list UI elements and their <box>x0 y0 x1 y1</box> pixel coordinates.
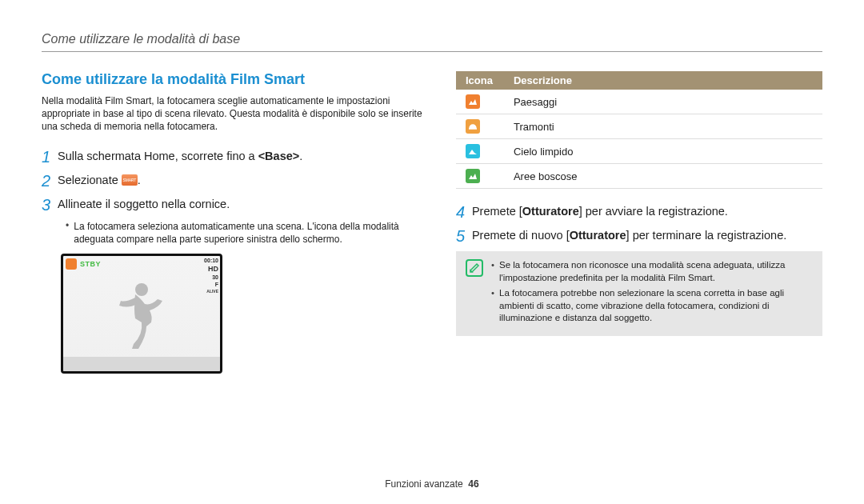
page-footer: Funzioni avanzate 46 <box>0 478 864 490</box>
svg-point-0 <box>135 283 148 296</box>
step-3-bullet: La fotocamera seleziona automaticamente … <box>66 220 424 246</box>
note-list: Se la fotocamera non riconosce una modal… <box>491 259 813 328</box>
step-post: ] per avviare la registrazione. <box>579 205 728 218</box>
footer-page: 46 <box>468 478 478 490</box>
bullet-text: La fotocamera seleziona automaticamente … <box>74 220 424 246</box>
icon-table: Icona Descrizione Paesaggi Tramonti Ciel… <box>456 71 822 189</box>
step-number: 5 <box>456 227 472 245</box>
footer-section: Funzioni avanzate <box>385 478 462 490</box>
right-column: Icona Descrizione Paesaggi Tramonti Ciel… <box>456 71 822 374</box>
step-number: 3 <box>42 196 58 214</box>
step-text: Allineate il soggetto nella cornice. <box>58 196 230 214</box>
step-4: 4 Premete [Otturatore] per avviare la re… <box>456 203 822 221</box>
note-item: Se la fotocamera non riconosce una modal… <box>499 259 813 284</box>
cell-label: Tramonti <box>504 114 822 139</box>
step-bold: <Base> <box>258 150 300 162</box>
step-post: ] per terminare la registrazione. <box>626 229 787 242</box>
th-icon: Icona <box>456 71 504 90</box>
smart-mode-icon <box>122 174 138 186</box>
intro-text: Nella modalità Film Smart, la fotocamera… <box>42 94 424 134</box>
step-number: 2 <box>42 172 58 190</box>
sky-icon <box>466 144 480 158</box>
landscape-icon <box>466 94 480 109</box>
step-text: Sulla schermata Home, scorrete fino a <box>58 150 258 162</box>
table-row: Cielo limpido <box>456 139 822 164</box>
alive-label: ALIVE <box>204 289 218 294</box>
step-pre: Premete [ <box>472 205 522 218</box>
step-number: 1 <box>42 148 58 166</box>
th-desc: Descrizione <box>504 71 822 90</box>
preview-right-icons: 00:10 HD 30 F ALIVE <box>204 258 218 294</box>
step-5: 5 Premete di nuovo [Otturatore] per term… <box>456 227 822 245</box>
step-text: Selezionate <box>58 174 122 186</box>
cell-label: Aree boscose <box>504 164 822 189</box>
preview-top-bar: STBY <box>66 258 101 270</box>
section-heading: Come utilizzare la modalità Film Smart <box>42 71 424 88</box>
step-pre: Premete di nuovo [ <box>472 229 570 242</box>
left-column: Come utilizzare la modalità Film Smart N… <box>42 71 424 374</box>
sunset-icon <box>466 119 480 134</box>
page-header: Come utilizzare le modalità di base <box>42 32 822 52</box>
skater-figure <box>111 278 175 358</box>
note-icon <box>466 259 483 277</box>
step-post: . <box>138 174 141 186</box>
forest-icon <box>466 169 480 183</box>
step-bold: Otturatore <box>522 205 579 218</box>
step-2: 2 Selezionate . <box>42 172 424 190</box>
note-box: Se la fotocamera non riconosce una modal… <box>456 251 822 336</box>
table-row: Paesaggi <box>456 90 822 114</box>
step-post: . <box>299 150 302 162</box>
stby-label: STBY <box>80 260 101 268</box>
step-1: 1 Sulla schermata Home, scorrete fino a … <box>42 148 424 166</box>
hd-label: HD <box>204 265 218 273</box>
camera-preview: STBY 00:10 HD 30 F ALIVE <box>61 254 222 374</box>
cell-label: Cielo limpido <box>504 139 822 164</box>
fps-label: 30 <box>204 274 218 280</box>
step-number: 4 <box>456 203 472 221</box>
step-3: 3 Allineate il soggetto nella cornice. <box>42 196 424 214</box>
preview-lower-bar <box>63 357 220 371</box>
note-item: La fotocamera potrebbe non selezionare l… <box>499 287 813 325</box>
f-label: F <box>204 282 218 287</box>
table-row: Tramonti <box>456 114 822 139</box>
timer: 00:10 <box>204 258 218 263</box>
table-row: Aree boscose <box>456 164 822 189</box>
scene-icon <box>66 258 77 270</box>
cell-label: Paesaggi <box>504 90 822 114</box>
content-columns: Come utilizzare la modalità Film Smart N… <box>42 71 822 374</box>
step-bold: Otturatore <box>570 229 626 242</box>
